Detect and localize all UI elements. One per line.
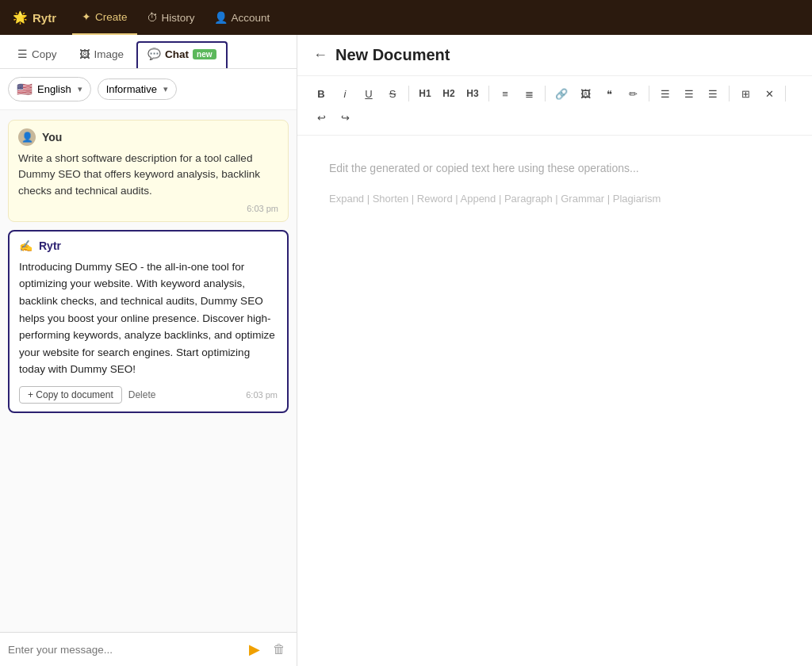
tab-image-label: Image: [94, 48, 124, 60]
rytr-emoji: ✍️: [19, 239, 33, 252]
user-avatar: 👤: [18, 128, 36, 146]
rytr-message-text: Introducing Dummy SEO - the all-in-one t…: [19, 258, 278, 378]
clear-chat-button[interactable]: 🗑: [270, 642, 289, 656]
tone-value: Informative: [106, 83, 157, 95]
italic-icon: i: [344, 88, 347, 100]
undo-icon: ↩: [317, 112, 326, 124]
link-icon: 🔗: [555, 88, 568, 100]
toolbar-unordered-list[interactable]: ≡: [494, 82, 516, 105]
chat-new-badge: new: [193, 49, 216, 59]
underline-icon: U: [365, 88, 372, 100]
toolbar-align-right[interactable]: ☰: [702, 82, 724, 105]
language-select-wrapper[interactable]: 🇺🇸 English ▾: [8, 77, 91, 101]
hamburger-icon: ☰: [17, 48, 28, 60]
user-message-header: 👤 You: [18, 128, 278, 146]
tab-copy-label: Copy: [32, 48, 57, 60]
send-button[interactable]: ▶: [246, 641, 263, 658]
table-icon: ⊞: [741, 88, 750, 100]
rytr-message: ✍️ Rytr Introducing Dummy SEO - the all-…: [8, 230, 289, 413]
align-center-icon: ☰: [684, 88, 694, 100]
pen-icon: ✏: [629, 88, 638, 100]
toolbar-align-left[interactable]: ☰: [654, 82, 676, 105]
clear-format-icon: ✕: [765, 88, 774, 100]
ul-icon: ≡: [502, 88, 508, 100]
toolbar-h2[interactable]: H2: [438, 82, 460, 105]
toolbar-table[interactable]: ⊞: [734, 82, 756, 105]
rytr-name: Rytr: [39, 239, 61, 252]
redo-icon: ↪: [341, 112, 350, 124]
toolbar-italic[interactable]: i: [334, 82, 356, 105]
tab-image[interactable]: 🖼 Image: [70, 44, 134, 67]
filter-row: 🇺🇸 English ▾ Informative ▾: [0, 69, 297, 110]
toolbar-image[interactable]: 🖼: [574, 82, 596, 105]
strike-icon: S: [389, 88, 396, 100]
tab-copy[interactable]: ☰ Copy: [8, 43, 67, 67]
tab-chat-label: Chat: [165, 48, 189, 60]
rytr-message-time: 6:03 pm: [246, 390, 278, 400]
toolbar-sep-4: [649, 86, 649, 101]
language-chevron-icon: ▾: [78, 84, 82, 94]
toolbar-sep-2: [488, 86, 489, 101]
toolbar-sep-3: [545, 86, 546, 101]
nav-account[interactable]: 👤 Account: [205, 0, 280, 35]
language-value: English: [37, 83, 71, 95]
document-placeholder: Edit the generated or copied text here u…: [329, 159, 780, 177]
language-flag: 🇺🇸: [17, 82, 33, 97]
editor-toolbar: B i U S H1 H2 H3 ≡ ≣ 🔗 🖼 ❝ ✏ ☰ ☰ ☰ ⊞ ✕ ↩…: [297, 76, 812, 136]
align-left-icon: ☰: [661, 88, 670, 100]
toolbar-undo[interactable]: ↩: [310, 106, 332, 128]
toolbar-strikethrough[interactable]: S: [381, 82, 404, 105]
document-header: ← New Document: [297, 35, 812, 76]
toolbar-sep-6: [785, 86, 786, 101]
toolbar-align-center[interactable]: ☰: [678, 82, 700, 105]
toolbar-sep-1: [408, 86, 409, 101]
toolbar-bold[interactable]: B: [310, 82, 332, 105]
h2-icon: H2: [442, 88, 454, 99]
create-icon: ✦: [82, 10, 91, 23]
nav-create[interactable]: ✦ Create: [72, 0, 137, 35]
message-input[interactable]: [8, 644, 239, 656]
toolbar-clear-format[interactable]: ✕: [758, 82, 780, 105]
user-message-text: Write a short software description for a…: [18, 151, 278, 199]
document-operations: Expand | Shorten | Reword | Append | Par…: [329, 193, 780, 205]
tab-chat[interactable]: 💬 Chat new: [136, 41, 227, 68]
image-toolbar-icon: 🖼: [580, 88, 591, 100]
quote-icon: ❝: [607, 88, 612, 100]
toolbar-link[interactable]: 🔗: [550, 82, 573, 105]
align-right-icon: ☰: [708, 88, 718, 100]
nav-history[interactable]: ⏱ History: [137, 0, 205, 35]
user-message: 👤 You Write a short software description…: [8, 120, 289, 222]
copy-to-document-button[interactable]: + Copy to document: [19, 386, 122, 404]
rytr-actions: + Copy to document Delete 6:03 pm: [19, 386, 278, 404]
history-icon: ⏱: [147, 11, 158, 24]
rytr-message-header: ✍️ Rytr: [19, 239, 278, 252]
document-content[interactable]: Edit the generated or copied text here u…: [297, 136, 812, 666]
nav-history-label: History: [162, 12, 195, 24]
h1-icon: H1: [419, 88, 431, 99]
toolbar-redo[interactable]: ↪: [334, 106, 356, 128]
message-input-area: ▶ 🗑: [0, 632, 297, 666]
bold-icon: B: [317, 88, 324, 100]
toolbar-h1[interactable]: H1: [414, 82, 436, 105]
main-layout: ☰ Copy 🖼 Image 💬 Chat new 🇺🇸 English ▾ I…: [0, 35, 812, 666]
nav-create-label: Create: [95, 11, 128, 23]
top-navigation: 🌟 Rytr ✦ Create ⏱ History 👤 Account: [0, 0, 812, 35]
delete-message-button[interactable]: Delete: [128, 389, 156, 400]
right-panel: ← New Document B i U S H1 H2 H3 ≡ ≣ 🔗 🖼 …: [297, 35, 812, 666]
brand-logo[interactable]: 🌟 Rytr: [13, 10, 56, 25]
send-icon: ▶: [249, 641, 260, 657]
image-tab-icon: 🖼: [79, 48, 90, 60]
left-panel: ☰ Copy 🖼 Image 💬 Chat new 🇺🇸 English ▾ I…: [0, 35, 297, 666]
h3-icon: H3: [466, 88, 478, 99]
back-button[interactable]: ←: [313, 47, 327, 63]
toolbar-pen[interactable]: ✏: [622, 82, 644, 105]
trash-icon: 🗑: [273, 642, 285, 656]
toolbar-underline[interactable]: U: [358, 82, 380, 105]
tone-chevron-icon: ▾: [163, 84, 168, 94]
toolbar-sep-5: [729, 86, 730, 101]
account-icon: 👤: [214, 11, 228, 24]
tone-select-wrapper[interactable]: Informative ▾: [98, 78, 177, 100]
toolbar-ordered-list[interactable]: ≣: [518, 82, 540, 105]
toolbar-h3[interactable]: H3: [462, 82, 484, 105]
toolbar-quote[interactable]: ❝: [598, 82, 620, 105]
